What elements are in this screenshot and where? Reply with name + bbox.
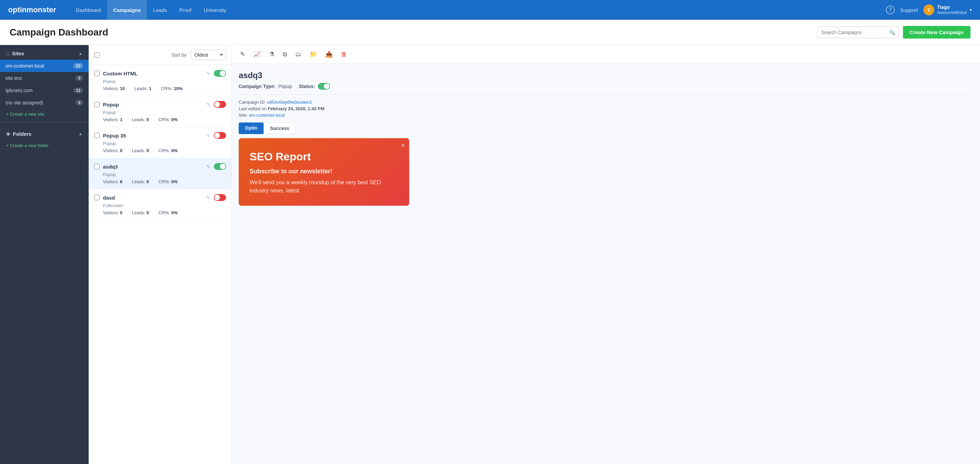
campaign-type: Popup: [103, 110, 226, 115]
popup-close-button[interactable]: ×: [401, 142, 405, 150]
edit-icon[interactable]: ✎: [206, 133, 210, 138]
copy-tool-icon[interactable]: ⧉: [281, 49, 288, 59]
create-site-link[interactable]: + Create a new site: [0, 109, 89, 120]
campaign-row[interactable]: asdq3 ✎ Popup Visitors: 6 Leads: 0 CR%: [89, 158, 232, 189]
logo[interactable]: optinmonster: [8, 5, 56, 14]
filter-tool-icon[interactable]: ⚗: [268, 49, 276, 59]
sidebar-divider: [0, 122, 89, 123]
visitors-stat: Visitors: 10: [103, 86, 125, 91]
tab-optin[interactable]: Optin: [239, 123, 264, 134]
archive-tool-icon[interactable]: 🗂: [294, 49, 303, 59]
sort-label: Sort by: [172, 52, 186, 57]
sidebar-badge: 11: [73, 88, 83, 93]
sidebar-item-label: (no site assigned): [5, 100, 75, 105]
sidebar-item-no-site[interactable]: (no site assigned) 3: [0, 97, 89, 109]
site-link[interactable]: om-customer.local: [249, 113, 285, 118]
campaign-row[interactable]: Popup ✎ Popup Visitors: 1 Leads: 0 CR%: [89, 96, 232, 127]
campaign-row[interactable]: dasd ✎ Fullscreen Visitors: 0 Leads: 0: [89, 189, 232, 220]
campaign-type: Fullscreen: [103, 203, 226, 208]
sites-section-header[interactable]: □ Sites ▲: [0, 45, 89, 60]
create-folder-link[interactable]: + Create a new folder: [0, 140, 89, 151]
nav-dashboard[interactable]: Dashboard: [70, 0, 107, 20]
campaign-name: Custom HTML: [103, 71, 203, 77]
leads-stat: Leads: 0: [132, 117, 149, 122]
sidebar-item-site-test[interactable]: site.test 0: [0, 72, 89, 84]
user-name: Tiago: [937, 5, 967, 10]
folders-icon: ◈: [6, 131, 10, 137]
tab-success[interactable]: Success: [264, 123, 296, 134]
sidebar-badge: 12: [73, 63, 83, 69]
support-link[interactable]: Support: [900, 7, 918, 13]
cr-stat: CR%: 0%: [159, 179, 178, 184]
header-actions: 🔍 Create New Campaign: [817, 26, 970, 38]
edit-icon[interactable]: ✎: [206, 164, 210, 169]
campaign-checkbox[interactable]: [94, 133, 100, 138]
cr-stat: CR%: 0%: [159, 148, 178, 153]
campaign-checkbox[interactable]: [94, 102, 100, 107]
select-all-checkbox[interactable]: [94, 52, 100, 57]
campaign-row[interactable]: Custom HTML ✎ Popup Visitors: 10 Leads: …: [89, 65, 232, 96]
campaign-checkbox[interactable]: [94, 195, 100, 200]
user-chevron-icon: ▾: [970, 8, 972, 12]
detail-status-toggle[interactable]: [318, 83, 330, 90]
search-input[interactable]: [817, 27, 886, 38]
search-campaigns-container: 🔍: [817, 27, 899, 38]
cr-stat: CR%: 0%: [159, 210, 178, 215]
campaign-stats: Visitors: 1 Leads: 0 CR%: 0%: [103, 117, 226, 122]
sidebar: □ Sites ▲ om-customer.local 12 site.test…: [0, 45, 89, 464]
topnav-right: ? Support T Tiago AwesomeMotive ▾: [886, 5, 972, 15]
sidebar-item-label: site.test: [5, 75, 75, 81]
delete-tool-icon[interactable]: 🗑: [340, 49, 348, 59]
folders-section-header[interactable]: ◈ Folders ▲: [0, 125, 89, 140]
edit-icon[interactable]: ✎: [206, 71, 210, 76]
campaign-list-toolbar: Sort by Oldest Newest Name A-Z Name Z-A: [89, 45, 232, 65]
user-sub: AwesomeMotive: [937, 10, 967, 15]
campaign-toggle[interactable]: [214, 101, 226, 108]
sites-section-title: Sites: [12, 51, 78, 56]
folder-tool-icon[interactable]: 📁: [308, 49, 318, 59]
sort-select[interactable]: Oldest Newest Name A-Z Name Z-A: [191, 50, 226, 60]
detail-toolbar: ✎ 📈 ⚗ ⧉ 🗂 📁 📤 🗑: [232, 45, 980, 64]
detail-id-row: Campaign ID: u854v0wp6fw0sosktv3: [239, 100, 973, 105]
campaign-toggle[interactable]: [214, 194, 226, 201]
analytics-tool-icon[interactable]: 📈: [252, 49, 262, 59]
detail-campaign-name: asdq3: [239, 71, 973, 80]
search-button[interactable]: 🔍: [886, 27, 899, 38]
detail-last-edited: Last edited on February 24, 2020, 1:42 P…: [239, 106, 973, 111]
edit-tool-icon[interactable]: ✎: [239, 49, 247, 59]
campaign-toggle[interactable]: [214, 163, 226, 170]
campaign-checkbox[interactable]: [94, 71, 100, 76]
campaign-checkbox[interactable]: [94, 164, 100, 169]
sites-collapse-icon: ▲: [78, 51, 83, 56]
edit-icon[interactable]: ✎: [206, 195, 210, 200]
sidebar-item-tjdsneto[interactable]: tjdsneto.com 11: [0, 84, 89, 97]
folders-collapse-icon: ▲: [78, 131, 83, 136]
nav-leads[interactable]: Leads: [147, 0, 173, 20]
sidebar-badge: 0: [75, 75, 83, 81]
campaign-row[interactable]: Popup 35 ✎ Popup Visitors: 0 Leads: 0: [89, 127, 232, 158]
edit-icon[interactable]: ✎: [206, 102, 210, 107]
campaign-toggle[interactable]: [214, 70, 226, 77]
page-title: Campaign Dashboard: [10, 27, 108, 38]
main-layout: □ Sites ▲ om-customer.local 12 site.test…: [0, 45, 980, 464]
campaign-toggle[interactable]: [214, 132, 226, 139]
campaign-stats: Visitors: 0 Leads: 0 CR%: 0%: [103, 148, 226, 153]
export-tool-icon[interactable]: 📤: [324, 49, 334, 59]
help-icon[interactable]: ?: [886, 5, 895, 14]
campaign-id-link[interactable]: u854v0wp6fw0sosktv3: [267, 100, 312, 105]
nav-proof[interactable]: Proof: [173, 0, 198, 20]
user-menu[interactable]: T Tiago AwesomeMotive ▾: [923, 5, 972, 15]
nav-university[interactable]: University: [198, 0, 232, 20]
campaign-stats: Visitors: 6 Leads: 0 CR%: 0%: [103, 179, 226, 184]
folders-section-title: Folders: [13, 131, 78, 137]
user-info: Tiago AwesomeMotive: [937, 5, 967, 15]
campaign-type: Popup: [103, 172, 226, 177]
detail-divider: [239, 94, 973, 95]
campaign-list-pane: Sort by Oldest Newest Name A-Z Name Z-A …: [89, 45, 232, 464]
nav-campaigns[interactable]: Campaigns: [107, 0, 147, 20]
popup-body-text: We'll send you a weekly roundup of the v…: [250, 179, 398, 195]
campaign-name: asdq3: [103, 164, 203, 169]
sidebar-item-om-customer[interactable]: om-customer.local 12: [0, 60, 89, 72]
create-campaign-button[interactable]: Create New Campaign: [903, 26, 970, 38]
campaign-type: Popup: [103, 141, 226, 146]
